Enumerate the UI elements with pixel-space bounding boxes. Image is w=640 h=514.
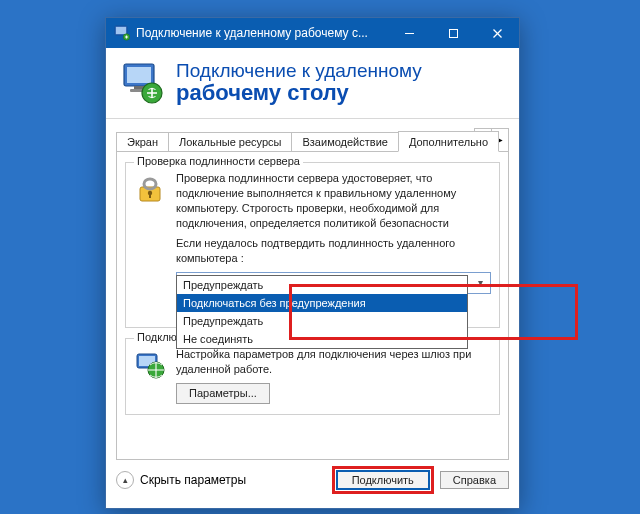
- server-auth-prompt: Если неудалось подтвердить подлинность у…: [176, 236, 491, 266]
- group-gateway: Подключение из любого места Настройка па…: [125, 338, 500, 415]
- auth-mode-dropdown[interactable]: Предупреждать Подключаться без предупреж…: [176, 275, 468, 349]
- gateway-desc: Настройка параметров для подключения чер…: [176, 347, 491, 377]
- group-server-auth: Проверка подлинности сервера Проверка по…: [125, 162, 500, 328]
- rdp-header-icon: [120, 60, 166, 106]
- dialog-header: Подключение к удаленному рабочему столу: [106, 48, 519, 119]
- window-controls: [387, 18, 519, 48]
- connect-button[interactable]: Подключить: [336, 470, 430, 490]
- tab-panel-advanced: Проверка подлинности сервера Проверка по…: [116, 151, 509, 460]
- dd-item-dont[interactable]: Не соединять: [177, 330, 467, 348]
- header-line1: Подключение к удаленному: [176, 61, 422, 81]
- rdp-app-icon: [114, 25, 130, 41]
- header-text: Подключение к удаленному рабочему столу: [176, 61, 422, 104]
- tab-experience[interactable]: Взаимодействие: [291, 132, 398, 152]
- chevron-up-icon[interactable]: ▴: [116, 471, 134, 489]
- lock-icon: [134, 171, 168, 294]
- dd-item-no-warn[interactable]: Подключаться без предупреждения: [177, 294, 467, 312]
- svg-rect-13: [144, 179, 156, 189]
- tab-strip: Экран Локальные ресурсы Взаимодействие Д…: [116, 127, 509, 151]
- dd-item-warn2[interactable]: Предупреждать: [177, 312, 467, 330]
- window-title: Подключение к удаленному рабочему с...: [136, 26, 387, 40]
- maximize-button[interactable]: [431, 18, 475, 48]
- svg-rect-1: [116, 27, 126, 34]
- tab-local[interactable]: Локальные ресурсы: [168, 132, 292, 152]
- toggle-options-link[interactable]: Скрыть параметры: [140, 473, 246, 487]
- help-button[interactable]: Справка: [440, 471, 509, 489]
- svg-rect-8: [127, 67, 151, 83]
- tab-display[interactable]: Экран: [116, 132, 169, 152]
- server-auth-desc: Проверка подлинности сервера удостоверяе…: [176, 171, 491, 230]
- annotation-highlight-connect: Подключить: [332, 466, 434, 494]
- dialog-bottom-bar: ▴ Скрыть параметры Подключить Справка: [116, 466, 509, 494]
- svg-rect-4: [449, 29, 457, 37]
- titlebar: Подключение к удаленному рабочему с...: [106, 18, 519, 48]
- minimize-button[interactable]: [387, 18, 431, 48]
- tab-advanced[interactable]: Дополнительно: [398, 131, 499, 152]
- rdp-dialog: Подключение к удаленному рабочему с...: [105, 17, 520, 509]
- svg-rect-15: [149, 194, 151, 198]
- dd-item-warn1[interactable]: Предупреждать: [177, 276, 467, 294]
- gateway-settings-button[interactable]: Параметры...: [176, 383, 270, 404]
- globe-monitor-icon: [134, 347, 168, 404]
- group-server-auth-legend: Проверка подлинности сервера: [134, 155, 303, 167]
- close-button[interactable]: [475, 18, 519, 48]
- chevron-down-icon: ▾: [472, 275, 488, 291]
- header-line2: рабочему столу: [176, 81, 422, 104]
